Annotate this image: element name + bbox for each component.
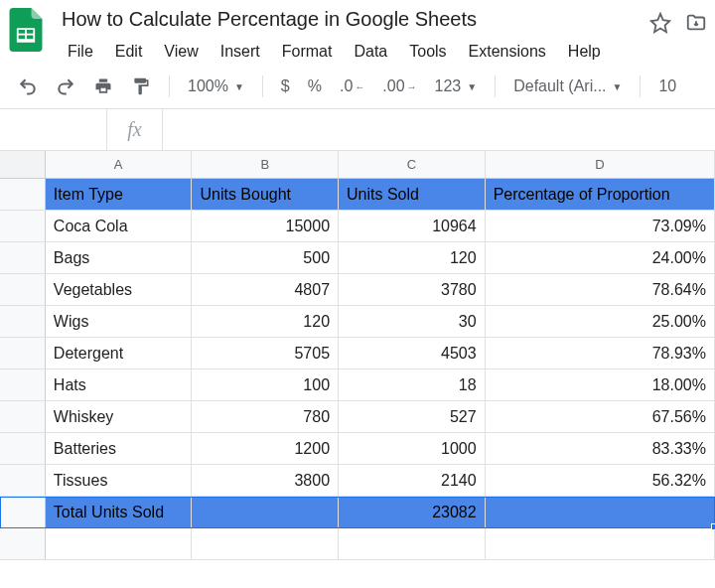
cell-bought[interactable]: 4807 [192, 274, 339, 305]
toolbar: 100%▼ $ % .0← .00→ 123▼ Default (Ari...▼… [0, 65, 715, 109]
zoom-dropdown[interactable]: 100%▼ [182, 74, 250, 99]
cell-empty[interactable] [46, 528, 193, 559]
row-header[interactable] [0, 274, 46, 305]
cell-sold[interactable]: 4503 [339, 338, 486, 368]
cell-bought[interactable]: 15000 [192, 211, 339, 241]
cell-item[interactable]: Wigs [46, 306, 193, 337]
column-header-d[interactable]: D [486, 151, 715, 178]
header-units-sold[interactable]: Units Sold [339, 179, 486, 210]
cell-item[interactable]: Vegetables [46, 274, 193, 305]
cell-sold[interactable]: 3780 [339, 274, 486, 305]
empty-row [0, 528, 715, 560]
selection-handle[interactable] [711, 523, 715, 530]
menu-edit[interactable]: Edit [105, 39, 153, 65]
cell-sold[interactable]: 527 [339, 401, 486, 432]
total-sold[interactable]: 23082 [339, 497, 486, 527]
cell-sold[interactable]: 18 [339, 369, 486, 400]
move-to-folder-icon[interactable] [685, 12, 707, 34]
cell-pct[interactable]: 78.64% [486, 274, 715, 305]
cell-empty[interactable] [486, 528, 715, 559]
cell-pct[interactable]: 25.00% [486, 306, 715, 337]
cell-bought[interactable]: 5705 [192, 338, 339, 368]
row-header[interactable] [0, 306, 46, 337]
column-header-c[interactable]: C [339, 151, 486, 178]
chevron-down-icon: ▼ [467, 81, 477, 92]
table-row: Whiskey78052767.56% [0, 401, 715, 433]
cell-bought[interactable]: 100 [192, 369, 339, 400]
cell-item[interactable]: Detergent [46, 338, 193, 368]
menu-help[interactable]: Help [558, 39, 611, 65]
format-percent-button[interactable]: % [302, 74, 328, 99]
decrease-decimal-button[interactable]: .0← [334, 74, 370, 99]
column-header-a[interactable]: A [46, 151, 193, 178]
cell-bought[interactable]: 780 [192, 401, 339, 432]
number-format-dropdown[interactable]: 123▼ [429, 74, 484, 99]
cell-empty[interactable] [486, 497, 715, 527]
row-header[interactable] [0, 179, 46, 210]
cell-item[interactable]: Coca Cola [46, 211, 193, 241]
table-row: Bags50012024.00% [0, 242, 715, 274]
table-header-row: Item Type Units Bought Units Sold Percen… [0, 179, 715, 211]
cell-empty[interactable] [339, 528, 486, 559]
header-units-bought[interactable]: Units Bought [192, 179, 339, 210]
select-all-corner[interactable] [0, 151, 46, 178]
cell-item[interactable]: Hats [46, 369, 193, 400]
cell-bought[interactable]: 3800 [192, 465, 339, 496]
row-header[interactable] [0, 211, 46, 241]
sheets-logo-icon [8, 8, 44, 52]
cell-empty[interactable] [192, 497, 339, 527]
cell-bought[interactable]: 1200 [192, 433, 339, 464]
cell-sold[interactable]: 120 [339, 242, 486, 273]
document-title[interactable]: How to Calculate Percentage in Google Sh… [58, 6, 636, 33]
star-icon[interactable] [649, 12, 671, 34]
row-header[interactable] [0, 497, 46, 527]
cell-pct[interactable]: 67.56% [486, 401, 715, 432]
menu-data[interactable]: Data [344, 39, 397, 65]
name-box[interactable] [0, 109, 107, 150]
undo-button[interactable] [12, 73, 44, 100]
cell-pct[interactable]: 18.00% [486, 369, 715, 400]
cell-pct[interactable]: 73.09% [486, 211, 715, 241]
font-size-input[interactable]: 10 [652, 74, 682, 99]
row-header[interactable] [0, 401, 46, 432]
cell-sold[interactable]: 10964 [339, 211, 486, 241]
menu-view[interactable]: View [154, 39, 208, 65]
cell-sold[interactable]: 30 [339, 306, 486, 337]
row-header[interactable] [0, 433, 46, 464]
cell-bought[interactable]: 120 [192, 306, 339, 337]
menu-format[interactable]: Format [272, 39, 343, 65]
redo-button[interactable] [50, 73, 81, 100]
cell-item[interactable]: Tissues [46, 465, 193, 496]
menu-tools[interactable]: Tools [399, 39, 456, 65]
cell-item[interactable]: Batteries [46, 433, 193, 464]
cell-pct[interactable]: 56.32% [486, 465, 715, 496]
cell-empty[interactable] [192, 528, 339, 559]
cell-pct[interactable]: 78.93% [486, 338, 715, 368]
increase-decimal-button[interactable]: .00→ [376, 74, 422, 99]
font-dropdown[interactable]: Default (Ari...▼ [507, 74, 628, 99]
header-percentage[interactable]: Percentage of Proportion [486, 179, 715, 210]
paint-format-button[interactable] [125, 73, 157, 100]
row-header[interactable] [0, 465, 46, 496]
column-header-b[interactable]: B [192, 151, 339, 178]
menu-file[interactable]: File [58, 39, 103, 65]
row-header[interactable] [0, 369, 46, 400]
header-item-type[interactable]: Item Type [46, 179, 193, 210]
formula-input[interactable] [163, 109, 715, 150]
cell-sold[interactable]: 1000 [339, 433, 486, 464]
menu-insert[interactable]: Insert [211, 39, 270, 65]
row-header[interactable] [0, 338, 46, 368]
cell-pct[interactable]: 24.00% [486, 242, 715, 273]
print-button[interactable] [87, 73, 119, 100]
row-header[interactable] [0, 528, 46, 559]
format-currency-button[interactable]: $ [275, 74, 296, 99]
cell-bought[interactable]: 500 [192, 242, 339, 273]
total-label[interactable]: Total Units Sold [46, 497, 193, 527]
cell-item[interactable]: Bags [46, 242, 193, 273]
cell-sold[interactable]: 2140 [339, 465, 486, 496]
cell-pct[interactable]: 83.33% [486, 433, 715, 464]
row-header[interactable] [0, 242, 46, 273]
menu-extensions[interactable]: Extensions [459, 39, 556, 65]
cell-item[interactable]: Whiskey [46, 401, 193, 432]
svg-rect-3 [19, 36, 25, 40]
